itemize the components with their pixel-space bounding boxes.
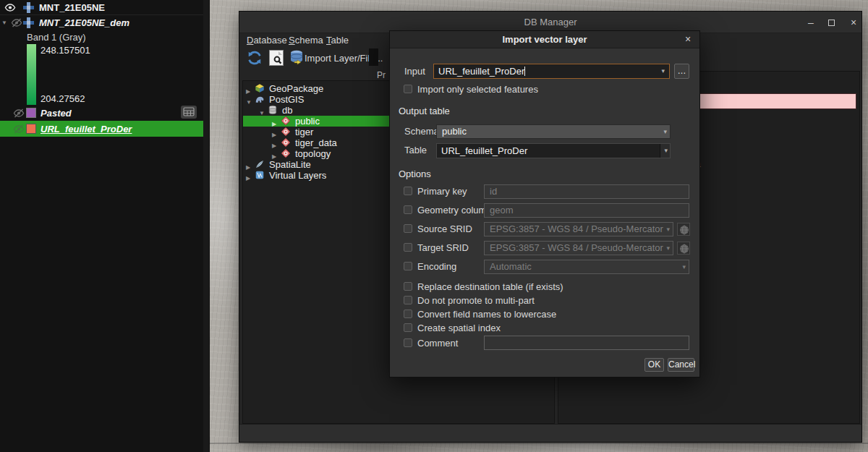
input-value: URL_feuillet_ProDer (438, 66, 524, 77)
input-combo[interactable]: URL_feuillet_ProDer ▾ (433, 64, 670, 79)
toolbar-partial-button[interactable] (369, 48, 378, 66)
layer-name[interactable]: URL_feuillet_ProDer (41, 124, 132, 135)
eye-visible-icon[interactable] (4, 2, 16, 15)
tree-label: db (282, 105, 292, 116)
select-crs-button[interactable] (677, 242, 690, 255)
combo-arrow-icon[interactable]: ▾ (661, 64, 665, 78)
sql-window-icon[interactable] (269, 50, 284, 66)
target-srid-checkbox[interactable] (404, 243, 412, 252)
eye-hidden-icon[interactable] (13, 124, 25, 137)
refresh-icon[interactable] (247, 50, 263, 68)
raster-layer-icon (23, 17, 34, 30)
table-combo[interactable]: URL_feuillet_ProDer ▾ (436, 143, 671, 158)
layer-row-mnt[interactable]: MNT_21E05NE (0, 0, 203, 15)
combo-arrow-icon: ▾ (664, 144, 668, 158)
combo-arrow-icon: ▾ (666, 223, 670, 236)
collapsed-arrow-icon[interactable]: ▶ (246, 173, 250, 184)
raster-layer-icon (23, 2, 34, 15)
geometry-column-checkbox[interactable] (404, 205, 412, 214)
schema-icon (281, 127, 291, 137)
menu-database[interactable]: Database (247, 35, 287, 46)
window-title: DB Manager (239, 17, 861, 27)
geometry-column-field: geom (484, 203, 689, 218)
layer-name[interactable]: Pasted (41, 108, 72, 119)
schema-combo[interactable]: public ▾ (436, 124, 671, 139)
source-srid-checkbox[interactable] (404, 224, 412, 233)
options-heading: Options (399, 169, 431, 179)
no-multipart-checkbox[interactable] (404, 296, 412, 304)
layer-swatch (26, 124, 36, 134)
cancel-button[interactable]: Cancel (668, 358, 694, 372)
primary-key-checkbox[interactable] (404, 187, 412, 195)
layer-row-url-selected[interactable]: URL_feuillet_ProDer (0, 121, 203, 137)
combo-arrow-icon: ▾ (666, 242, 670, 255)
browse-button[interactable]: … (674, 64, 689, 79)
comment-field[interactable] (484, 336, 689, 350)
import-vector-layer-dialog: Import vector layer × Input URL_feuillet… (389, 30, 700, 378)
ramp-max-value: 248.157501 (41, 45, 90, 56)
menu-initial: S (289, 35, 295, 46)
combo-arrow-box[interactable]: ▾ (660, 144, 670, 158)
replace-table-label: Replace destination table (if exists) (417, 281, 563, 292)
tree-label: topology (295, 148, 331, 159)
layer-row-mnt-dem[interactable]: ▼ MNT_21E05NE_dem (0, 15, 203, 30)
schema-label: Schema (404, 126, 439, 137)
close-icon[interactable]: × (846, 17, 861, 29)
tree-label: GeoPackage (269, 83, 323, 94)
menu-schema[interactable]: Schema (289, 35, 323, 46)
eye-hidden-icon[interactable] (11, 17, 22, 30)
table-label: Table (404, 145, 427, 155)
color-ramp (27, 44, 36, 105)
lowercase-names-label: Convert field names to lowercase (417, 309, 556, 320)
geometry-column-value: geom (490, 205, 514, 216)
database-icon (268, 105, 278, 115)
target-srid-value: EPSG:3857 - WGS 84 / Pseudo-Mercator (490, 242, 663, 253)
eye-hidden-icon[interactable] (13, 108, 25, 121)
dialog-title: Import vector layer (390, 34, 699, 45)
schema-icon (281, 148, 291, 158)
target-srid-combo: EPSG:3857 - WGS 84 / Pseudo-Mercator ▾ (484, 241, 673, 255)
import-layer-icon[interactable] (289, 49, 304, 69)
menu-table[interactable]: Table (326, 35, 349, 46)
menu-rest: atabase (253, 35, 286, 46)
source-srid-value: EPSG:3857 - WGS 84 / Pseudo-Mercator (490, 223, 663, 234)
menu-rest: able (331, 35, 349, 46)
output-table-heading: Output table (399, 106, 450, 116)
minimize-icon[interactable]: – (803, 17, 819, 29)
edit-grid-icon[interactable] (181, 106, 197, 119)
import-only-selected-checkbox[interactable] (404, 85, 412, 93)
layer-name[interactable]: MNT_21E05NE (39, 2, 105, 13)
expand-arrow-icon[interactable]: ▼ (1, 20, 7, 26)
layer-name[interactable]: MNT_21E05NE_dem (39, 17, 129, 28)
schema-value: public (442, 126, 467, 137)
layers-panel: MNT_21E05NE ▼ MNT_21E05NE_dem Band 1 (Gr… (0, 0, 203, 452)
encoding-checkbox[interactable] (404, 262, 412, 270)
geometry-column-label: Geometry column (417, 205, 492, 216)
encoding-combo: Automatic ▾ (484, 260, 689, 274)
spatial-index-label: Create spatial index (417, 323, 501, 333)
dialog-titlebar[interactable]: Import vector layer × (390, 31, 699, 48)
maximize-icon[interactable] (828, 20, 835, 26)
map-texture-line (210, 443, 868, 444)
select-crs-button[interactable] (677, 223, 690, 236)
primary-key-value: id (490, 186, 497, 197)
providers-header-partial: Pr (377, 70, 386, 80)
ramp-min-value: 204.27562 (41, 93, 85, 104)
text-caret (524, 67, 525, 76)
status-bar (239, 424, 861, 442)
tree-label: tiger_data (295, 137, 337, 148)
ok-button[interactable]: OK (644, 358, 664, 372)
comment-label: Comment (417, 338, 458, 349)
combo-arrow-icon[interactable]: ▾ (663, 125, 667, 138)
geopackage-icon (255, 83, 265, 93)
spatial-index-checkbox[interactable] (404, 323, 412, 332)
lowercase-names-checkbox[interactable] (404, 310, 412, 318)
panel-edge (203, 0, 210, 452)
replace-table-checkbox[interactable] (404, 282, 412, 291)
dialog-close-icon[interactable]: × (682, 33, 694, 45)
encoding-label: Encoding (417, 261, 456, 272)
comment-checkbox[interactable] (404, 338, 412, 347)
input-label: Input (404, 66, 425, 77)
tree-label: tiger (295, 127, 313, 137)
layer-row-pasted[interactable]: Pasted (0, 106, 203, 121)
